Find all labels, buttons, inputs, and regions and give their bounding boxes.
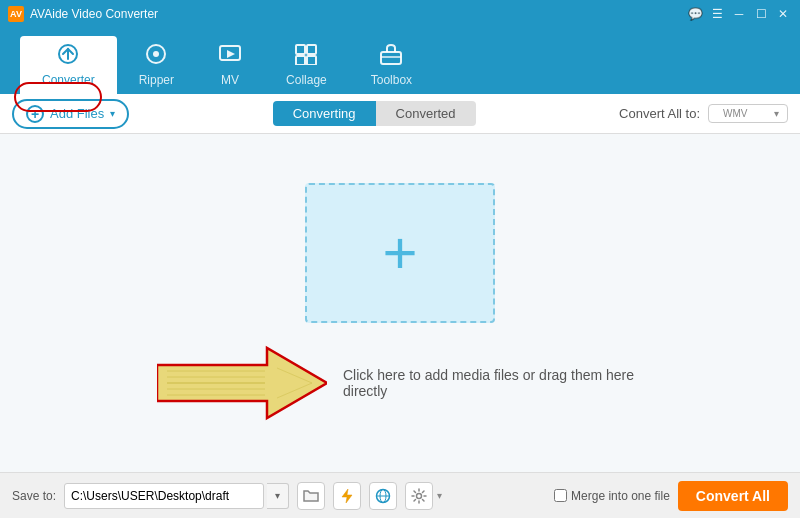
settings-dropdown-icon[interactable]: ▾: [437, 490, 442, 501]
arrow-graphic: [157, 343, 327, 423]
converter-icon: [55, 43, 81, 69]
window-controls[interactable]: 💬 ☰ ─ ☐ ✕: [686, 5, 792, 23]
tab-group: Converting Converted: [273, 101, 476, 126]
save-path-dropdown[interactable]: ▾: [267, 483, 289, 509]
convert-all-to-label: Convert All to:: [619, 106, 700, 121]
settings-button[interactable]: [405, 482, 433, 510]
drop-zone-plus-icon: +: [382, 223, 417, 283]
title-bar: AV AVAide Video Converter 💬 ☰ ─ ☐ ✕: [0, 0, 800, 28]
title-bar-left: AV AVAide Video Converter: [8, 6, 158, 22]
convert-all-to: Convert All to: WMV ▾: [619, 104, 788, 123]
svg-rect-8: [381, 52, 401, 64]
menu-icon[interactable]: ☰: [708, 5, 726, 23]
hint-text: Click here to add media files or drag th…: [343, 367, 643, 399]
ripper-label: Ripper: [139, 73, 174, 87]
nav-ripper[interactable]: Ripper: [117, 36, 196, 94]
spark-button[interactable]: [333, 482, 361, 510]
merge-label: Merge into one file: [571, 489, 670, 503]
maximize-button[interactable]: ☐: [752, 5, 770, 23]
mv-label: MV: [221, 73, 239, 87]
app-logo: AV: [8, 6, 24, 22]
nav-collage[interactable]: Collage: [264, 36, 349, 94]
tab-converting[interactable]: Converting: [273, 101, 376, 126]
app-title: AVAide Video Converter: [30, 7, 158, 21]
minimize-button[interactable]: ─: [730, 5, 748, 23]
add-files-label: Add Files: [50, 106, 104, 121]
mv-icon: [218, 43, 242, 69]
svg-rect-7: [307, 56, 316, 65]
svg-point-23: [417, 493, 422, 498]
arrow-container: Click here to add media files or drag th…: [157, 343, 643, 423]
add-files-circle-icon: +: [26, 105, 44, 123]
merge-checkbox-label: Merge into one file: [554, 489, 670, 503]
svg-point-2: [153, 51, 159, 57]
globe-button[interactable]: [369, 482, 397, 510]
save-path-input[interactable]: [64, 483, 264, 509]
folder-browse-button[interactable]: [297, 482, 325, 510]
drop-zone[interactable]: +: [305, 183, 495, 323]
format-dropdown-icon: ▾: [774, 108, 779, 119]
format-select[interactable]: WMV ▾: [708, 104, 788, 123]
nav-toolbox[interactable]: Toolbox: [349, 36, 434, 94]
ripper-icon: [144, 43, 168, 69]
add-files-button[interactable]: + Add Files ▾: [12, 99, 129, 129]
svg-rect-5: [307, 45, 316, 54]
selected-format: WMV: [723, 108, 747, 119]
main-content: + Click here to add media files or: [0, 134, 800, 472]
collage-icon: [294, 43, 318, 69]
converter-label: Converter: [42, 73, 95, 87]
toolbar: + Add Files ▾ Converting Converted Conve…: [0, 94, 800, 134]
nav-bar: Converter Ripper MV Collag: [0, 28, 800, 94]
save-to-label: Save to:: [12, 489, 56, 503]
nav-mv[interactable]: MV: [196, 36, 264, 94]
svg-rect-6: [296, 56, 305, 65]
collage-label: Collage: [286, 73, 327, 87]
merge-checkbox-input[interactable]: [554, 489, 567, 502]
nav-converter[interactable]: Converter: [20, 36, 117, 94]
close-button[interactable]: ✕: [774, 5, 792, 23]
tab-converted[interactable]: Converted: [376, 101, 476, 126]
toolbox-label: Toolbox: [371, 73, 412, 87]
convert-all-button[interactable]: Convert All: [678, 481, 788, 511]
svg-rect-4: [296, 45, 305, 54]
chat-icon[interactable]: 💬: [686, 5, 704, 23]
bottom-bar: Save to: ▾ ▾ Merge into one file Convert…: [0, 472, 800, 518]
add-files-dropdown-icon[interactable]: ▾: [110, 108, 115, 119]
toolbox-icon: [379, 43, 403, 69]
